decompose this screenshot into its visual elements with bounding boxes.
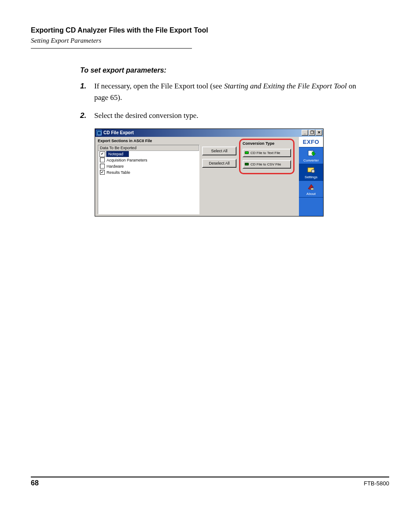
nav-label: Converter bbox=[303, 158, 319, 162]
page-number: 68 bbox=[31, 479, 39, 487]
list-item-hardware[interactable]: Hardware bbox=[98, 163, 199, 169]
cd-to-csv-button[interactable]: CD File to CSV File bbox=[243, 160, 291, 169]
exfo-logo: EXFO bbox=[299, 137, 323, 147]
step-text: If necessary, open the File Export tool … bbox=[94, 81, 372, 103]
button-label: CD File to CSV File bbox=[251, 162, 281, 166]
nav-about[interactable]: About bbox=[299, 181, 323, 198]
footer-rule bbox=[31, 477, 389, 477]
conversion-highlight: Conversion Type CD File to Text File CD … bbox=[239, 139, 295, 174]
checkbox-icon[interactable] bbox=[100, 158, 105, 162]
deselect-all-button[interactable]: Deselect All bbox=[202, 159, 236, 168]
page-subtitle: Setting Export Parameters bbox=[31, 37, 389, 44]
product-name: FTB-5800 bbox=[364, 480, 389, 487]
list-item-label: Notepad bbox=[108, 152, 123, 156]
list-item-label: Acquisition Parameters bbox=[107, 158, 147, 162]
nav-converter[interactable]: Converter bbox=[299, 147, 323, 164]
nav-settings[interactable]: Settings bbox=[299, 164, 323, 181]
cd-to-text-button[interactable]: CD File to Text File bbox=[243, 149, 291, 157]
step-1: 1. If necessary, open the File Export to… bbox=[80, 81, 372, 103]
button-column: Select All Deselect All bbox=[202, 139, 236, 214]
footer: 68 FTB-5800 bbox=[31, 477, 389, 487]
header-rule bbox=[31, 48, 192, 49]
led-icon bbox=[245, 151, 249, 154]
conversion-column: Conversion Type CD File to Text File CD … bbox=[239, 139, 296, 214]
export-sections-group: Export Sections in ASCII File Data To Be… bbox=[98, 139, 199, 214]
select-all-button[interactable]: Select All bbox=[202, 147, 236, 155]
export-list[interactable]: Data To Be Exported Notepad Acquisition … bbox=[98, 145, 199, 214]
list-item-acquisition[interactable]: Acquisition Parameters bbox=[98, 157, 199, 163]
converter-icon bbox=[307, 150, 316, 158]
screenshot: CD File Export _ ❐ ✕ Export Sections in … bbox=[95, 128, 389, 216]
right-nav: EXFO Converter Settings bbox=[299, 137, 323, 216]
app-icon bbox=[96, 130, 102, 136]
list-header: Data To Be Exported bbox=[98, 145, 199, 151]
window-title: CD File Export bbox=[103, 130, 301, 135]
titlebar: CD File Export _ ❐ ✕ bbox=[95, 129, 323, 137]
list-item-label: Hardware bbox=[107, 164, 124, 169]
step-text-pre: Select the desired conversion type. bbox=[94, 111, 199, 120]
export-sections-label: Export Sections in ASCII File bbox=[98, 139, 199, 143]
conversion-type-label: Conversion Type bbox=[243, 141, 291, 146]
minimize-button[interactable]: _ bbox=[302, 130, 308, 136]
content: To set export parameters: 1. If necessar… bbox=[80, 66, 372, 121]
list-item-notepad[interactable]: Notepad bbox=[106, 151, 129, 157]
step-text: Select the desired conversion type. bbox=[94, 110, 372, 121]
app-body: Export Sections in ASCII File Data To Be… bbox=[95, 137, 323, 216]
list-item-results[interactable]: ✔ Results Table bbox=[98, 169, 199, 176]
step-text-pre: If necessary, open the File Export tool … bbox=[94, 82, 224, 90]
checkbox-icon[interactable]: ✔ bbox=[100, 170, 105, 175]
checkbox-icon[interactable] bbox=[100, 164, 105, 169]
svg-rect-4 bbox=[311, 188, 313, 190]
step-text-ital: Starting and Exiting the File Export Too… bbox=[224, 82, 347, 90]
nav-label: Settings bbox=[305, 175, 317, 179]
nav-label: About bbox=[306, 192, 316, 196]
step-number: 2. bbox=[80, 110, 94, 121]
step-2: 2. Select the desired conversion type. bbox=[80, 110, 372, 121]
app-window: CD File Export _ ❐ ✕ Export Sections in … bbox=[95, 128, 324, 216]
left-pane: Export Sections in ASCII File Data To Be… bbox=[95, 137, 299, 216]
svg-point-3 bbox=[312, 170, 313, 172]
button-label: CD File to Text File bbox=[251, 151, 280, 155]
page-title: Exporting CD Analyzer Files with the Fil… bbox=[31, 26, 389, 34]
step-number: 1. bbox=[80, 81, 94, 103]
led-icon bbox=[245, 163, 249, 165]
about-icon bbox=[307, 183, 316, 191]
close-button[interactable]: ✕ bbox=[316, 130, 322, 136]
section-heading: To set export parameters: bbox=[80, 66, 372, 74]
list-item-label: Results Table bbox=[107, 170, 130, 175]
settings-icon bbox=[307, 166, 316, 174]
restore-button[interactable]: ❐ bbox=[309, 130, 315, 136]
